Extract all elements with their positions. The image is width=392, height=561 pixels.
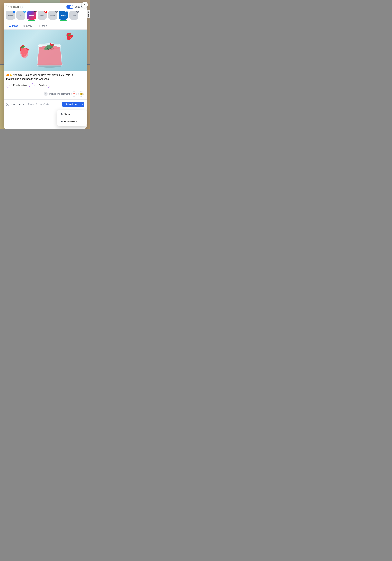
svg-point-10	[52, 50, 53, 50]
rewrite-ai-button[interactable]: ≡↗ Rewrite with AI	[6, 83, 30, 88]
post-image	[3, 30, 87, 71]
svg-point-22	[24, 54, 25, 55]
add-pa-button[interactable]: ADD PA	[87, 10, 90, 18]
reels-tab-icon: ⊞	[38, 24, 40, 27]
caption-area: 🍊💪 Vitamin C is a crucial nutrient that …	[3, 71, 87, 99]
platform-youtube[interactable]: Jusco ▶	[37, 11, 47, 21]
svg-point-14	[70, 37, 71, 38]
sync-toggle[interactable]	[66, 5, 74, 9]
platform-underline-fb	[7, 20, 14, 21]
publish-now-menu-item[interactable]: ➤ Publish now	[57, 118, 87, 125]
publish-icon: ➤	[60, 120, 63, 123]
facebook-badge: f	[12, 11, 16, 13]
smoothie-svg	[3, 30, 87, 71]
svg-point-8	[54, 49, 54, 50]
continue-button[interactable]: ≡→ Continue	[32, 83, 50, 88]
svg-point-16	[20, 48, 28, 58]
story-tab-icon: ⊕	[23, 24, 25, 27]
svg-point-13	[69, 38, 69, 39]
modal-footer: ⊘ May 27, 14:39 ▾ (Europe: Bucharest) 👁 …	[3, 99, 87, 109]
platform-underline-pen	[49, 20, 56, 21]
story-tab-label: Story	[26, 24, 32, 27]
schedule-dropdown-button[interactable]: ▾	[80, 102, 84, 107]
save-menu-item[interactable]: ⊕ Save	[57, 111, 87, 118]
svg-point-19	[23, 52, 24, 53]
instagram-badge: 📷	[34, 11, 37, 13]
platform-icon-wrap-tw: Jusco 𝕏	[16, 11, 25, 20]
platform-underline-tw	[17, 20, 24, 21]
svg-point-21	[22, 54, 23, 54]
platform-linkedin[interactable]: Jusco in	[58, 11, 68, 21]
post-tab-label: Post	[12, 24, 18, 27]
svg-point-6	[48, 49, 49, 50]
platform-icon-wrap-yt: Jusco ▶	[38, 11, 47, 20]
tab-post[interactable]: 🖼 Post	[6, 23, 20, 29]
dropdown-menu: ⊕ Save ➤ Publish now	[57, 109, 87, 126]
platform-icon-wrap-ig: Jusco 📷	[27, 11, 36, 20]
save-icon: ⊕	[60, 113, 63, 116]
emoji-button[interactable]: 🙂	[78, 91, 84, 97]
tab-reels[interactable]: ⊞ Reels	[35, 23, 50, 29]
twitter-badge: 𝕏	[23, 11, 26, 13]
platform-other[interactable]: Jusco ✏	[48, 11, 58, 21]
rewrite-ai-label: Rewrite with AI	[13, 84, 27, 86]
schedule-left: ⊘ May 27, 14:39 ▾ (Europe: Bucharest) 👁	[6, 103, 49, 106]
platform-underline-yt	[39, 20, 46, 21]
reels-tab-label: Reels	[41, 24, 47, 27]
continue-icon: ≡→	[34, 84, 38, 87]
rewrite-ai-icon: ≡↗	[9, 84, 12, 87]
svg-point-18	[25, 49, 26, 50]
continue-label: Continue	[39, 84, 47, 86]
email-badge: ✉	[76, 11, 79, 13]
post-tab-icon: 🖼	[9, 24, 11, 27]
schedule-button[interactable]: Schedule	[62, 102, 80, 107]
platform-facebook[interactable]: Jusco f	[5, 11, 15, 21]
platform-underline-em	[70, 20, 77, 21]
caption-text[interactable]: 🍊💪 Vitamin C is a crucial nutrient that …	[6, 73, 84, 81]
youtube-badge: ▶	[44, 11, 47, 13]
svg-point-5	[53, 48, 54, 49]
header-top: + Add Labels SYNC ON	[6, 5, 84, 9]
pen-badge: ✏	[55, 11, 58, 13]
clock-icon: ⊘	[6, 103, 9, 106]
svg-point-9	[47, 50, 48, 50]
linkedin-badge: in	[65, 11, 69, 13]
comment-row: 1 Include first comment 📍 🙂	[6, 90, 84, 98]
svg-point-20	[25, 52, 26, 52]
first-comment-label: Include first comment	[49, 93, 70, 95]
platform-twitter[interactable]: Jusco 𝕏	[16, 11, 26, 21]
save-label: Save	[64, 113, 70, 116]
platform-icon-wrap-li: Jusco in	[59, 11, 68, 20]
svg-point-4	[50, 48, 51, 49]
date-chevron-icon[interactable]: ▾	[25, 103, 26, 106]
platform-icon-wrap-pen: Jusco ✏	[48, 11, 57, 20]
comment-badge: 1	[44, 92, 48, 96]
svg-point-3	[47, 48, 48, 49]
platform-icon-wrap-em: Jusco ✉	[69, 11, 78, 20]
publish-now-label: Publish now	[64, 120, 78, 123]
svg-point-17	[23, 50, 23, 51]
visibility-icon[interactable]: 👁	[46, 103, 49, 106]
tabs-row: 🖼 Post ⊕ Story ⊞ Reels	[6, 23, 84, 29]
add-labels-button[interactable]: + Add Labels	[6, 5, 23, 9]
svg-point-12	[70, 36, 70, 37]
schedule-button-group: Schedule ▾	[62, 102, 84, 107]
timezone-label: (Europe: Bucharest)	[28, 103, 45, 106]
platform-icon-wrap-fb: Jusco f	[6, 11, 15, 20]
platform-underline-ig	[28, 20, 35, 21]
svg-point-7	[51, 49, 52, 50]
platform-instagram[interactable]: Jusco 📷	[27, 11, 36, 21]
location-button[interactable]: 📍	[71, 91, 77, 97]
svg-point-15	[67, 39, 68, 39]
platform-underline-li	[60, 20, 67, 21]
svg-point-11	[68, 37, 69, 37]
smoothie-scene	[3, 30, 87, 71]
platform-email[interactable]: Jusco ✉	[69, 11, 79, 21]
modal-header: + Add Labels SYNC ON Jusco f Jusco 𝕏	[3, 3, 87, 30]
schedule-date: May 27, 14:39	[11, 103, 24, 106]
action-buttons: ≡↗ Rewrite with AI ≡→ Continue	[6, 83, 84, 88]
platforms-row: Jusco f Jusco 𝕏 Jusco 📷	[5, 11, 85, 22]
tab-story[interactable]: ⊕ Story	[20, 23, 35, 29]
close-button[interactable]: ×	[82, 1, 88, 8]
